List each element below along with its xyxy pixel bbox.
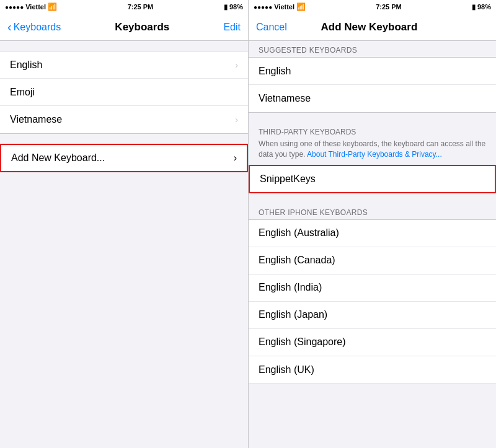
suggested-keyboards-header: SUGGESTED KEYBOARDS bbox=[249, 41, 496, 57]
keyboard-en-jp-label: English (Japan) bbox=[259, 309, 327, 320]
third-party-description: When using one of these keyboards, the k… bbox=[249, 139, 496, 165]
right-time: 7:25 PM bbox=[376, 3, 402, 11]
vietnamese-label: Vietnamese bbox=[10, 114, 62, 125]
keyboard-en-au-label: English (Australia) bbox=[259, 227, 339, 239]
keyboard-en-in-label: English (India) bbox=[259, 282, 322, 293]
left-wifi-icon: 📶 bbox=[48, 2, 57, 11]
third-party-privacy-link[interactable]: About Third-Party Keyboards & Privacy... bbox=[307, 150, 442, 159]
right-panel: ●●●●● Viettel 📶 7:25 PM ▮ 98% Cancel Add… bbox=[248, 0, 496, 448]
suggested-keyboards-list: English Vietnamese bbox=[249, 57, 496, 113]
left-carrier-signal: ●●●●● ●●●●● Viettel Viettel 📶 bbox=[5, 2, 57, 11]
left-back-button[interactable]: ‹ Keyboards bbox=[7, 20, 61, 34]
suggested-vietnamese-label: Vietnamese bbox=[259, 93, 311, 104]
keyboard-en-jp[interactable]: English (Japan) bbox=[249, 302, 496, 329]
list-item-vietnamese[interactable]: Vietnamese › bbox=[0, 106, 248, 133]
left-carrier-text: Viettel bbox=[25, 3, 46, 11]
left-nav-bar: ‹ Keyboards Keyboards Edit bbox=[0, 14, 248, 41]
emoji-label: Emoji bbox=[10, 87, 35, 98]
left-edit-button[interactable]: Edit bbox=[223, 22, 241, 33]
keyboard-en-uk[interactable]: English (UK) bbox=[249, 356, 496, 384]
english-label: English bbox=[10, 59, 42, 71]
keyboard-en-sg[interactable]: English (Singapore) bbox=[249, 329, 496, 356]
right-battery-pct: 98% bbox=[477, 3, 491, 11]
left-battery-area: ▮ 98% bbox=[224, 3, 243, 11]
keyboard-en-uk-label: English (UK) bbox=[259, 364, 314, 376]
add-new-keyboard-button[interactable]: Add New Keyboard... › bbox=[0, 144, 248, 172]
left-signal-icon: ●●●●● bbox=[5, 4, 24, 11]
left-nav-title: Keyboards bbox=[115, 21, 169, 33]
list-item-emoji[interactable]: Emoji bbox=[0, 79, 248, 106]
keyboard-en-ca-label: English (Canada) bbox=[259, 255, 335, 266]
right-signal-icon: ●●●●● bbox=[254, 4, 272, 11]
add-keyboard-label: Add New Keyboard... bbox=[11, 152, 105, 164]
right-carrier-signal: ●●●●● Viettel 📶 bbox=[254, 2, 306, 11]
left-battery-pct: 98% bbox=[229, 3, 243, 11]
cancel-button[interactable]: Cancel bbox=[256, 22, 287, 33]
keyboard-en-ca[interactable]: English (Canada) bbox=[249, 247, 496, 275]
right-battery-area: ▮ 98% bbox=[472, 3, 491, 11]
left-battery-icon: ▮ bbox=[224, 3, 228, 11]
left-time: 7:25 PM bbox=[128, 3, 154, 11]
other-keyboards-list: English (Australia) English (Canada) Eng… bbox=[249, 219, 496, 384]
english-chevron-icon: › bbox=[235, 60, 238, 70]
right-battery-icon: ▮ bbox=[472, 3, 476, 11]
right-section-content: SUGGESTED KEYBOARDS English Vietnamese T… bbox=[249, 41, 496, 448]
left-back-label: Keyboards bbox=[14, 22, 61, 33]
vietnamese-chevron-icon: › bbox=[235, 115, 238, 125]
keyboard-en-au[interactable]: English (Australia) bbox=[249, 220, 496, 247]
third-party-header: THIRD-PARTY KEYBOARDS bbox=[249, 123, 496, 139]
other-iphone-header: OTHER IPHONE KEYBOARDS bbox=[249, 203, 496, 219]
suggested-english-label: English bbox=[259, 66, 291, 77]
suggested-english[interactable]: English bbox=[249, 58, 496, 85]
right-status-bar: ●●●●● Viettel 📶 7:25 PM ▮ 98% bbox=[249, 0, 496, 14]
third-party-block: THIRD-PARTY KEYBOARDS When using one of … bbox=[249, 123, 496, 165]
left-status-bar: ●●●●● ●●●●● Viettel Viettel 📶 7:25 PM ▮ … bbox=[0, 0, 248, 14]
right-wifi-icon: 📶 bbox=[296, 2, 306, 11]
snippet-keys-label: SnippetKeys bbox=[260, 173, 316, 185]
list-item-english[interactable]: English › bbox=[0, 51, 248, 79]
left-panel: ●●●●● ●●●●● Viettel Viettel 📶 7:25 PM ▮ … bbox=[0, 0, 248, 448]
add-keyboard-chevron-icon: › bbox=[234, 152, 237, 164]
left-section-content: English › Emoji Vietnamese › Add New Key… bbox=[0, 41, 248, 448]
left-keyboard-list: English › Emoji Vietnamese › bbox=[0, 51, 248, 134]
snippet-keys-row[interactable]: SnippetKeys bbox=[249, 165, 496, 193]
other-iphone-section: OTHER IPHONE KEYBOARDS English (Australi… bbox=[249, 203, 496, 384]
keyboard-en-sg-label: English (Singapore) bbox=[259, 336, 346, 348]
suggested-vietnamese[interactable]: Vietnamese bbox=[249, 85, 496, 112]
right-nav-title: Add New Keyboard bbox=[321, 21, 417, 33]
right-carrier-text: Viettel bbox=[274, 3, 294, 11]
keyboard-en-in[interactable]: English (India) bbox=[249, 275, 496, 302]
right-nav-bar: Cancel Add New Keyboard bbox=[249, 14, 496, 41]
left-back-chevron-icon: ‹ bbox=[7, 20, 12, 34]
